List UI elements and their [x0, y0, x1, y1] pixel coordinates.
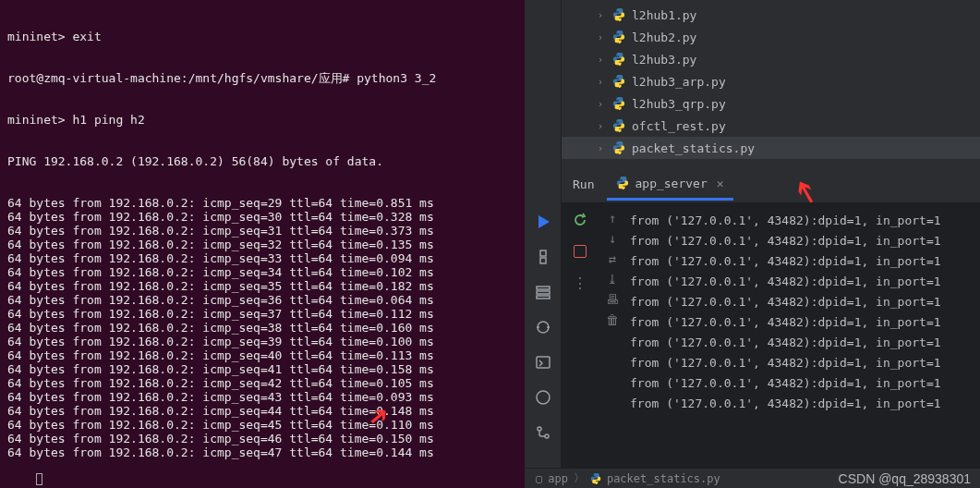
file-tree-item[interactable]: ›ofctl_rest.py: [562, 115, 980, 137]
terminal-line: 64 bytes from 192.168.0.2: icmp_seq=33 t…: [7, 251, 517, 265]
file-tree-item[interactable]: ›l2hub3_arp.py: [562, 70, 980, 92]
vcs-icon[interactable]: [534, 423, 552, 442]
python-icon: [616, 177, 629, 189]
rerun-icon[interactable]: [571, 211, 589, 229]
watermark: CSDN @qq_28938301: [839, 471, 971, 486]
terminal-pane[interactable]: mininet> exit root@zmq-virtual-machine:/…: [0, 0, 525, 488]
python-icon: [611, 118, 626, 133]
python-icon: [611, 140, 626, 155]
more-icon[interactable]: ⋮: [571, 274, 589, 292]
svg-point-8: [537, 391, 550, 404]
file-name: packet_statics.py: [632, 141, 755, 155]
file-tree[interactable]: ›l2hub1.py›l2hub2.py›l2hub3.py›l2hub3_ar…: [562, 0, 980, 166]
terminal-line: 64 bytes from 192.168.0.2: icmp_seq=35 t…: [7, 279, 517, 293]
file-name: l2hub3_arp.py: [632, 75, 726, 89]
run-toolwindow-header: Run app_server ✕: [562, 166, 980, 203]
python-icon: [611, 30, 626, 44]
run-icon[interactable]: [534, 213, 552, 231]
terminal-icon[interactable]: [534, 353, 552, 372]
breadcrumb-sep: 〉: [574, 470, 585, 486]
folder-icon: ▢: [536, 472, 542, 485]
chevron-right-icon: ›: [595, 99, 606, 109]
up-icon[interactable]: ↑: [609, 211, 616, 226]
chevron-right-icon: ›: [595, 143, 606, 153]
terminal-line: 64 bytes from 192.168.0.2: icmp_seq=31 t…: [7, 224, 517, 238]
file-tree-item[interactable]: ›packet_statics.py: [562, 137, 980, 159]
trash-icon[interactable]: 🗑: [606, 312, 619, 327]
file-name: ofctl_rest.py: [632, 119, 726, 133]
terminal-line: 64 bytes from 192.168.0.2: icmp_seq=47 t…: [7, 445, 517, 459]
chevron-right-icon: ›: [595, 55, 606, 65]
terminal-line: 64 bytes from 192.168.0.2: icmp_seq=34 t…: [7, 265, 517, 279]
services-icon[interactable]: [534, 283, 552, 301]
terminal-line: 64 bytes from 192.168.0.2: icmp_seq=39 t…: [7, 335, 517, 348]
terminal-line: 64 bytes from 192.168.0.2: icmp_seq=45 t…: [7, 418, 517, 432]
console-toolbar: ⋮: [562, 203, 599, 488]
terminal-line: mininet> h1 ping h2: [7, 113, 517, 127]
terminal-line: 64 bytes from 192.168.0.2: icmp_seq=36 t…: [7, 293, 517, 307]
svg-rect-3: [537, 296, 550, 299]
down-icon[interactable]: ↓: [609, 231, 616, 246]
file-tree-item[interactable]: ›l2hub1.py: [562, 4, 980, 26]
run-tab[interactable]: app_server ✕: [607, 169, 732, 201]
python-icon: [611, 96, 626, 111]
file-tree-item[interactable]: ›l2hub2.py: [562, 26, 980, 48]
chevron-right-icon: ›: [595, 77, 606, 87]
python-console-icon[interactable]: [534, 248, 552, 266]
console-output[interactable]: from ('127.0.0.1', 43482):dpid=1, in_por…: [626, 203, 980, 488]
file-name: l2hub3.py: [632, 53, 696, 67]
wrap-icon[interactable]: ⇄: [609, 251, 616, 266]
terminal-line: PING 192.168.0.2 (192.168.0.2) 56(84) by…: [7, 154, 517, 168]
print-icon[interactable]: 🖶: [606, 292, 619, 307]
debug-icon[interactable]: [534, 318, 552, 336]
svg-point-9: [538, 427, 541, 431]
svg-marker-0: [538, 215, 550, 228]
terminal-cursor: [36, 473, 42, 485]
close-icon[interactable]: ✕: [717, 177, 724, 190]
file-name: l2hub2.py: [632, 30, 696, 44]
terminal-line: 64 bytes from 192.168.0.2: icmp_seq=32 t…: [7, 238, 517, 251]
chevron-right-icon: ›: [595, 10, 606, 20]
svg-rect-2: [537, 291, 550, 294]
stop-icon[interactable]: [571, 242, 589, 261]
svg-rect-7: [537, 357, 550, 368]
chevron-right-icon: ›: [595, 121, 606, 131]
ide-sidebar: [525, 0, 562, 488]
terminal-line: 64 bytes from 192.168.0.2: icmp_seq=43 t…: [7, 390, 517, 404]
python-icon: [611, 52, 626, 67]
terminal-line: 64 bytes from 192.168.0.2: icmp_seq=42 t…: [7, 376, 517, 390]
breadcrumb-folder: app: [548, 472, 568, 485]
run-tab-label: app_server: [635, 177, 707, 190]
file-name: l2hub1.py: [632, 8, 696, 22]
file-tree-item[interactable]: ›l2hub3_qrp.py: [562, 92, 980, 115]
problems-icon[interactable]: [534, 388, 552, 407]
run-label: Run: [573, 177, 594, 191]
chevron-right-icon: ›: [595, 32, 606, 43]
terminal-line: mininet> exit: [7, 30, 517, 43]
svg-point-10: [545, 434, 549, 438]
scroll-icon[interactable]: ⤓: [607, 272, 618, 287]
terminal-line: 64 bytes from 192.168.0.2: icmp_seq=44 t…: [7, 404, 517, 418]
terminal-line: 64 bytes from 192.168.0.2: icmp_seq=46 t…: [7, 432, 517, 445]
terminal-line: 64 bytes from 192.168.0.2: icmp_seq=41 t…: [7, 362, 517, 376]
terminal-line: 64 bytes from 192.168.0.2: icmp_seq=29 t…: [7, 196, 517, 210]
terminal-line: 64 bytes from 192.168.0.2: icmp_seq=38 t…: [7, 321, 517, 335]
python-icon: [590, 473, 601, 484]
breadcrumb-file: packet_statics.py: [607, 472, 720, 485]
python-icon: [611, 74, 626, 89]
file-name: l2hub3_qrp.py: [632, 97, 726, 111]
svg-rect-1: [537, 287, 550, 289]
file-tree-item[interactable]: ›l2hub3.py: [562, 48, 980, 70]
terminal-line: root@zmq-virtual-machine:/mnt/hgfs/vmsha…: [7, 71, 517, 85]
terminal-line: 64 bytes from 192.168.0.2: icmp_seq=30 t…: [7, 210, 517, 224]
terminal-line: 64 bytes from 192.168.0.2: icmp_seq=37 t…: [7, 307, 517, 321]
terminal-line: 64 bytes from 192.168.0.2: icmp_seq=40 t…: [7, 348, 517, 362]
python-icon: [611, 7, 626, 22]
